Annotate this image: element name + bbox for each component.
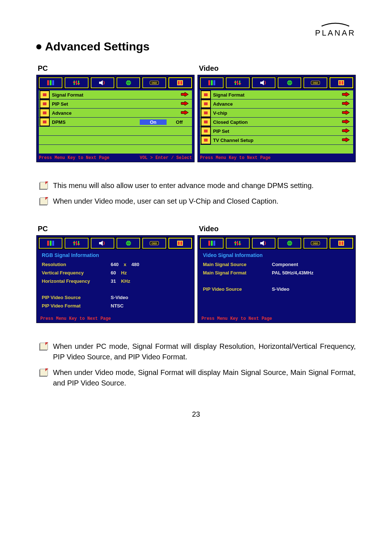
svg-rect-19 bbox=[43, 102, 46, 105]
svg-rect-22 bbox=[43, 111, 46, 114]
svg-rect-42 bbox=[204, 93, 208, 96]
tab-speaker-icon[interactable] bbox=[251, 77, 276, 89]
tab-color-bars-icon[interactable] bbox=[38, 77, 63, 89]
brand-logo: PLANAR bbox=[36, 22, 356, 38]
menu-item[interactable]: Signal Format bbox=[200, 90, 353, 99]
tab-speaker-icon[interactable] bbox=[90, 237, 115, 249]
note-text: When under PC mode, Signal Format will d… bbox=[53, 341, 356, 362]
menu-item[interactable]: V-chip bbox=[200, 109, 353, 117]
tab-sliders-icon[interactable] bbox=[225, 237, 250, 249]
menu-item[interactable]: Advance bbox=[200, 99, 353, 108]
info-row: Vertical Frequency60Hz bbox=[42, 270, 191, 276]
brand-text: PLANAR bbox=[315, 28, 356, 37]
menu-label: DPMS bbox=[52, 119, 140, 125]
svg-marker-17 bbox=[181, 92, 188, 97]
svg-marker-58 bbox=[342, 138, 350, 142]
svg-marker-43 bbox=[342, 92, 350, 97]
option-on[interactable]: On bbox=[140, 119, 167, 125]
osd-tab-strip: OSD bbox=[37, 236, 194, 250]
pc-heading: PC bbox=[38, 225, 195, 233]
arrow-right-icon bbox=[339, 119, 353, 125]
svg-marker-52 bbox=[342, 119, 350, 124]
menu-item[interactable]: Advance bbox=[39, 109, 192, 117]
svg-rect-0 bbox=[47, 80, 49, 85]
blank-row bbox=[39, 127, 192, 135]
footer-left: Press Menu Key to Next Page bbox=[37, 315, 194, 323]
svg-rect-66 bbox=[77, 244, 80, 245]
svg-rect-61 bbox=[52, 241, 54, 246]
footer-right: VOL > Enter / Select bbox=[140, 155, 192, 160]
svg-rect-31 bbox=[239, 81, 240, 85]
tab-globe-icon[interactable] bbox=[116, 77, 141, 89]
arrow-right-icon bbox=[177, 110, 192, 116]
svg-rect-32 bbox=[234, 82, 237, 83]
svg-rect-81 bbox=[238, 244, 241, 245]
info-video-panel: OSD Video Signal Information Main Signal… bbox=[197, 235, 356, 323]
note-icon bbox=[40, 197, 48, 205]
note-icon bbox=[40, 182, 48, 189]
svg-marker-67 bbox=[99, 241, 103, 246]
tab-sliders-icon[interactable] bbox=[64, 77, 89, 89]
tab-sliders-icon[interactable] bbox=[64, 237, 89, 249]
svg-rect-26 bbox=[208, 80, 210, 85]
info-title: Video Signal Information bbox=[203, 252, 352, 258]
menu-label: PIP Set bbox=[213, 128, 339, 134]
info-row: PIP Video FormatNTSC bbox=[42, 303, 191, 309]
svg-text:OSD: OSD bbox=[151, 242, 157, 245]
tab-color-bars-icon[interactable] bbox=[38, 237, 63, 249]
svg-rect-78 bbox=[237, 241, 238, 245]
svg-rect-65 bbox=[73, 242, 75, 243]
tab-osd-icon[interactable]: OSD bbox=[303, 237, 328, 249]
svg-rect-4 bbox=[76, 81, 77, 85]
arrow-right-icon bbox=[339, 92, 353, 98]
swoosh-icon bbox=[321, 22, 350, 28]
svg-rect-72 bbox=[178, 241, 180, 245]
menu-item[interactable]: PIP Set bbox=[39, 99, 192, 108]
row-icon bbox=[201, 109, 211, 117]
arrow-right-icon bbox=[339, 110, 353, 116]
bullet-icon bbox=[36, 44, 41, 49]
menu-item[interactable]: TV Channel Setup bbox=[200, 136, 353, 144]
svg-rect-60 bbox=[50, 241, 52, 246]
tab-tools-icon[interactable] bbox=[168, 237, 193, 249]
tab-osd-icon[interactable]: OSD bbox=[303, 77, 328, 89]
tab-globe-icon[interactable] bbox=[277, 237, 302, 249]
tab-osd-icon[interactable]: OSD bbox=[142, 77, 167, 89]
option-off[interactable]: Off bbox=[167, 119, 192, 125]
tab-tools-icon[interactable] bbox=[329, 237, 354, 249]
svg-rect-30 bbox=[237, 81, 238, 85]
menu-item[interactable]: Signal Format bbox=[39, 90, 192, 99]
svg-marker-46 bbox=[342, 101, 350, 106]
blank-row bbox=[39, 136, 192, 144]
tab-globe-icon[interactable] bbox=[277, 77, 302, 89]
svg-rect-40 bbox=[342, 81, 343, 85]
row-icon bbox=[40, 90, 50, 99]
svg-rect-2 bbox=[52, 80, 54, 85]
menu-item[interactable]: Closed Caption bbox=[200, 118, 353, 126]
video-heading: Video bbox=[199, 64, 356, 73]
tab-tools-icon[interactable] bbox=[329, 77, 354, 89]
tab-color-bars-icon[interactable] bbox=[199, 237, 224, 249]
note-item: When under Video mode, user can set up V… bbox=[40, 196, 356, 207]
menu-item[interactable]: PIP Set bbox=[200, 127, 353, 135]
arrow-right-icon bbox=[339, 128, 353, 134]
svg-text:OSD: OSD bbox=[151, 82, 157, 84]
note-icon bbox=[40, 369, 48, 376]
tab-osd-icon[interactable]: OSD bbox=[142, 237, 167, 249]
svg-marker-23 bbox=[181, 110, 188, 115]
page-title: Advanced Settings bbox=[36, 40, 356, 53]
tab-sliders-icon[interactable] bbox=[225, 77, 250, 89]
tab-tools-icon[interactable] bbox=[168, 77, 193, 89]
tab-globe-icon[interactable] bbox=[116, 237, 141, 249]
tab-speaker-icon[interactable] bbox=[251, 237, 276, 249]
svg-rect-76 bbox=[213, 241, 215, 246]
note-text: When under Video mode, user can set up V… bbox=[53, 196, 278, 207]
menu-item[interactable]: DPMSOnOff bbox=[39, 118, 192, 126]
footer-left: Press Menu Key to Next Page bbox=[198, 315, 355, 323]
tab-color-bars-icon[interactable] bbox=[199, 77, 224, 89]
tab-speaker-icon[interactable] bbox=[90, 77, 115, 89]
svg-rect-48 bbox=[204, 111, 208, 114]
svg-rect-6 bbox=[73, 82, 75, 83]
svg-rect-45 bbox=[204, 102, 208, 105]
svg-rect-87 bbox=[339, 241, 341, 245]
